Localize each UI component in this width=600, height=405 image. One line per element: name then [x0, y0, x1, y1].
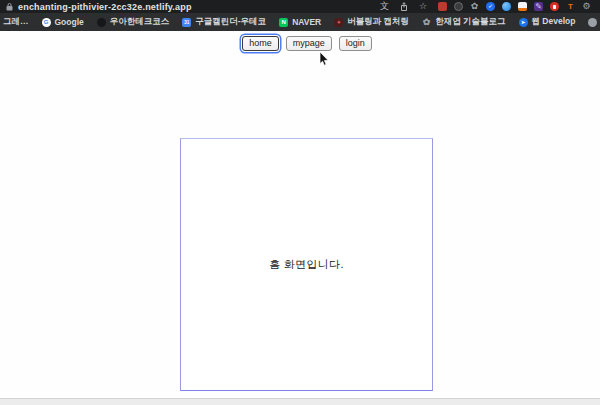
bookmark-item[interactable]: G Google — [42, 17, 84, 27]
page-content: home mypage login 홈 화면입니다. — [0, 31, 600, 397]
titlebar-actions: 文 ☆ ✿ ✓ ✎ T ⚙ — [380, 2, 586, 11]
mouse-cursor — [319, 52, 329, 66]
bookmark-item[interactable]: 우아한테크코스 — [97, 16, 170, 28]
extension-flower-icon[interactable]: ✿ — [470, 2, 479, 11]
extension-gear-icon[interactable]: ⚙ — [582, 2, 591, 11]
calendar-icon: 31 — [182, 18, 191, 27]
bookmark-item[interactable]: ✦ 버블링과 캡처링 — [334, 16, 409, 28]
extension-check-icon[interactable]: ✓ — [486, 2, 495, 11]
bookmark-item[interactable]: 31 구글캘린더-우테코 — [182, 16, 266, 28]
home-button[interactable]: home — [242, 36, 279, 51]
web-develop-icon: ➤ — [519, 18, 528, 27]
bookmark-item[interactable]: ➤ 웹 Develop — [519, 16, 576, 28]
nav-button-row: home mypage login — [7, 36, 600, 51]
extension-hammer-icon[interactable]: T — [566, 2, 575, 11]
google-icon: G — [42, 18, 51, 27]
translate-icon[interactable]: 文 — [380, 2, 389, 11]
extension-orange-icon[interactable] — [518, 2, 527, 11]
bookmark-item[interactable]: 그레… — [3, 16, 29, 28]
extension-pencil-icon[interactable]: ✎ — [534, 2, 543, 11]
bottom-edge-strip — [0, 398, 600, 405]
window-title-url: enchanting-pithivier-2cc32e.netlify.app — [18, 2, 192, 12]
extension-red-icon[interactable] — [438, 2, 447, 11]
bubbling-capture-icon: ✦ — [334, 18, 343, 27]
home-box-text: 홈 화면입니다. — [269, 257, 344, 272]
mypage-button[interactable]: mypage — [286, 36, 332, 51]
naver-icon: N — [279, 18, 288, 27]
tech-blog-icon: ✿ — [422, 18, 431, 27]
share-icon[interactable] — [400, 2, 408, 11]
login-button[interactable]: login — [339, 36, 372, 51]
browser-titlebar: enchanting-pithivier-2cc32e.netlify.app … — [0, 0, 600, 13]
github-icon — [588, 18, 597, 27]
home-content-box: 홈 화면입니다. — [180, 138, 433, 391]
bookmarks-bar: 그레… G Google 우아한테크코스 31 구글캘린더-우테코 N NAVE… — [0, 13, 600, 31]
bookmark-item[interactable]: ✿ 한재엽 기술블로그 — [422, 16, 505, 28]
lock-icon — [6, 3, 13, 11]
bookmark-star-icon[interactable]: ☆ — [419, 2, 427, 11]
extension-icons: ✿ ✓ ✎ T ⚙ — [438, 2, 586, 11]
extension-dark-circle-icon[interactable] — [454, 2, 463, 11]
extension-globe-icon[interactable] — [502, 2, 511, 11]
extension-hand-icon[interactable] — [550, 2, 559, 11]
bookmark-item[interactable]: N NAVER — [279, 17, 321, 27]
woowahan-icon — [97, 18, 106, 27]
bookmark-item[interactable]: 에어비앤비 컨벤션 — [588, 16, 600, 28]
